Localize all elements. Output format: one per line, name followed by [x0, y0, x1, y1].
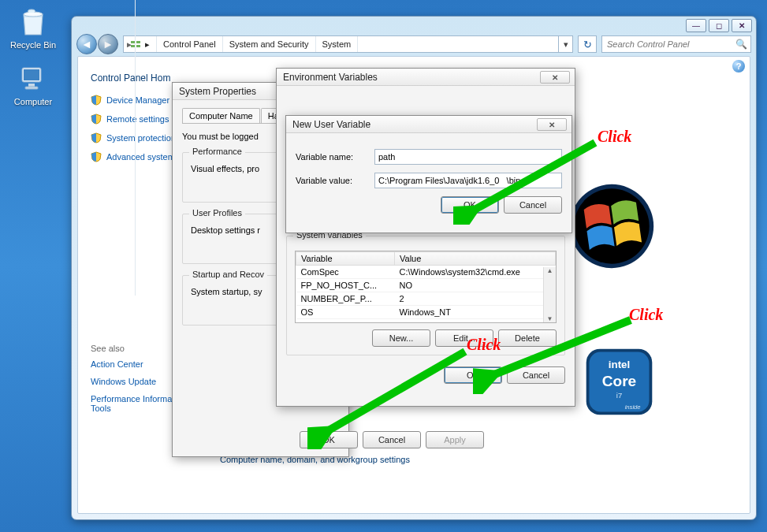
- search-input[interactable]: [605, 39, 735, 50]
- close-button[interactable]: ✕: [540, 71, 570, 84]
- desktop-computer[interactable]: Computer: [8, 63, 58, 106]
- refresh-button[interactable]: ↻: [578, 35, 597, 53]
- svg-rect-6: [131, 45, 135, 47]
- minimize-button[interactable]: —: [686, 19, 706, 32]
- search-box[interactable]: 🔍: [601, 35, 751, 53]
- variable-name-input[interactable]: [374, 149, 562, 165]
- new-user-variable-dialog: New User Variable ✕ Variable name: Varia…: [285, 115, 572, 233]
- dialog-title: New User Variable: [286, 116, 572, 133]
- env-ok-button[interactable]: OK: [444, 366, 502, 384]
- desktop-label: Recycle Bin: [8, 40, 58, 50]
- svg-rect-4: [25, 87, 38, 89]
- variable-value-label: Variable value:: [296, 176, 374, 185]
- sidelink-label: Device Manager: [106, 95, 169, 105]
- svg-rect-5: [131, 41, 135, 43]
- desktop-recycle-bin[interactable]: Recycle Bin: [8, 6, 58, 50]
- tab-computer-name[interactable]: Computer Name: [182, 108, 260, 123]
- nuv-ok-button[interactable]: OK: [441, 196, 499, 214]
- breadcrumb-item[interactable]: System: [316, 36, 359, 52]
- svg-text:inside: inside: [625, 404, 641, 411]
- variable-value-input[interactable]: [374, 173, 562, 188]
- shield-icon: [91, 132, 102, 143]
- group-label: Performance: [189, 147, 245, 156]
- variable-name-label: Variable name:: [296, 152, 374, 162]
- svg-rect-7: [136, 41, 140, 43]
- col-header-value[interactable]: Value: [395, 252, 556, 266]
- back-button[interactable]: ◄: [76, 34, 97, 54]
- nuv-cancel-button[interactable]: Cancel: [504, 196, 562, 214]
- window-titlebar: — ◻ ✕: [72, 17, 756, 32]
- sysprops-ok-button[interactable]: OK: [300, 431, 358, 448]
- table-row[interactable]: ComSpecC:\Windows\system32\cmd.exe: [296, 266, 556, 279]
- intel-core-badge: intel Core i7 inside: [582, 344, 657, 419]
- address-dropdown[interactable]: ▾: [558, 36, 572, 52]
- help-icon[interactable]: ?: [732, 60, 745, 73]
- breadcrumb-root-icon[interactable]: ▸: [124, 36, 157, 52]
- svg-text:Core: Core: [602, 373, 636, 389]
- svg-rect-3: [28, 84, 35, 87]
- sysvar-delete-button[interactable]: Delete: [498, 329, 557, 347]
- shield-icon: [91, 113, 102, 125]
- shield-icon: [91, 95, 102, 106]
- svg-rect-8: [136, 45, 140, 47]
- group-label: User Profiles: [189, 208, 245, 218]
- maximize-button[interactable]: ◻: [709, 19, 729, 32]
- system-variables-list[interactable]: Variable Value ComSpecC:\Windows\system3…: [295, 251, 557, 323]
- search-icon[interactable]: 🔍: [735, 39, 747, 50]
- breadcrumb-item[interactable]: System and Security: [223, 36, 316, 52]
- sysvar-edit-button[interactable]: Edit...: [435, 329, 493, 347]
- scrollbar[interactable]: [543, 267, 556, 322]
- computer-icon: [17, 63, 49, 95]
- svg-rect-2: [24, 69, 39, 80]
- dialog-title: Environment Variables: [277, 69, 575, 86]
- shield-icon: [91, 151, 102, 162]
- recycle-bin-icon: [17, 6, 49, 38]
- breadcrumb-item[interactable]: Control Panel: [157, 36, 223, 52]
- table-row[interactable]: OSWindows_NT: [296, 306, 556, 319]
- close-button[interactable]: ✕: [537, 118, 567, 131]
- sidelink-label: Advanced system s: [106, 152, 181, 162]
- table-row[interactable]: FP_NO_HOST_C...NO: [296, 279, 556, 292]
- table-row[interactable]: NUMBER_OF_P...2: [296, 292, 556, 306]
- svg-text:i7: i7: [616, 391, 622, 400]
- address-bar[interactable]: ▸ Control Panel ▸ System and Security ▸ …: [123, 35, 573, 53]
- sysvar-new-button[interactable]: New...: [372, 329, 430, 347]
- group-system-variables: System variables Variable Value ComSpecC…: [286, 236, 565, 355]
- windows-logo: [568, 183, 655, 270]
- forward-button[interactable]: ►: [98, 34, 118, 54]
- svg-text:intel: intel: [609, 359, 630, 370]
- env-cancel-button[interactable]: Cancel: [507, 366, 565, 384]
- group-label: Startup and Recov: [189, 270, 267, 279]
- sysprops-cancel-button[interactable]: Cancel: [363, 431, 421, 448]
- close-button[interactable]: ✕: [732, 19, 752, 32]
- sidelink-label: System protection: [106, 133, 176, 143]
- desktop-label: Computer: [8, 97, 58, 106]
- col-header-variable[interactable]: Variable: [296, 252, 395, 266]
- sysprops-apply-button[interactable]: Apply: [426, 431, 484, 448]
- sidelink-label: Remote settings: [106, 114, 169, 124]
